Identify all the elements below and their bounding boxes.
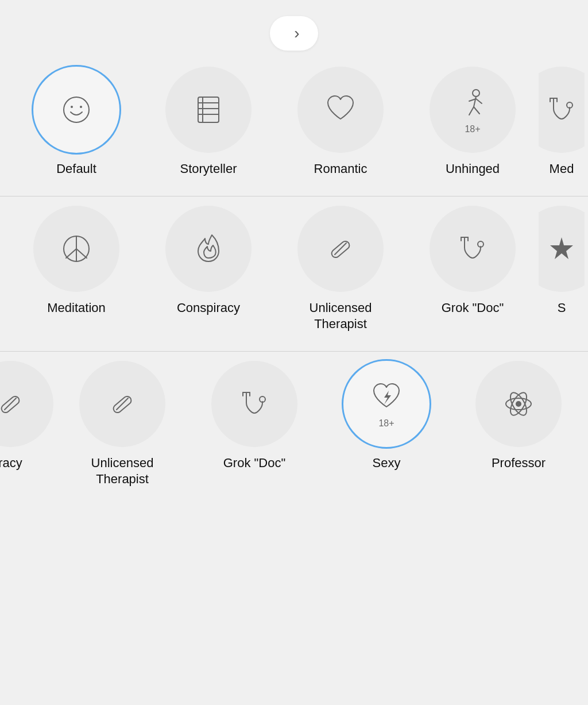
mode-label-racy-partial: racy <box>0 455 22 472</box>
rows-container: DefaultStorytellerRomantic18+UnhingedMed… <box>0 62 588 506</box>
mode-item-professor[interactable]: Professor <box>452 356 585 492</box>
mode-circle-default <box>33 67 119 153</box>
pill-icon <box>104 386 141 422</box>
mode-item-unlicensed-therapist-2[interactable]: UnlicensedTherapist <box>56 356 188 492</box>
mode-item-unhinged[interactable]: 18+Unhinged <box>407 62 539 182</box>
mode-circle-grok-doc-2 <box>211 361 297 447</box>
top-bar: › <box>0 0 588 62</box>
mode-label-s-partial: S <box>558 300 566 317</box>
svg-line-15 <box>66 249 76 258</box>
mode-circle-unlicensed-therapist <box>297 206 384 292</box>
mode-item-default[interactable]: Default <box>10 62 142 182</box>
mode-row-0: DefaultStorytellerRomantic18+UnhingedMed <box>0 62 588 196</box>
mode-label-meditation: Meditation <box>47 300 106 317</box>
mode-circle-unhinged: 18+ <box>430 67 516 153</box>
mode-circle-conspiracy <box>165 206 252 292</box>
mode-label-unlicensed-therapist-2: UnlicensedTherapist <box>91 455 154 488</box>
mode-item-unlicensed-therapist[interactable]: UnlicensedTherapist <box>274 201 407 337</box>
svg-point-8 <box>473 90 479 97</box>
mode-label-grok-doc-2: Grok "Doc" <box>223 455 286 472</box>
mode-item-storyteller[interactable]: Storyteller <box>142 62 274 182</box>
flame-icon <box>190 230 227 267</box>
stethoscope-icon <box>454 230 491 267</box>
mode-item-meditation[interactable]: Meditation <box>10 201 142 337</box>
mode-circle-grok-doc <box>430 206 516 292</box>
mode-label-sexy: Sexy <box>373 455 401 472</box>
mode-item-romantic[interactable]: Romantic <box>274 62 407 182</box>
mode-item-sexy[interactable]: 18+Sexy <box>320 356 452 492</box>
mode-row-2: racyUnlicensedTherapistGrok "Doc"18+Sexy… <box>0 356 588 506</box>
mode-circle-romantic <box>297 67 384 153</box>
stethoscope-icon <box>543 91 580 128</box>
svg-rect-3 <box>198 97 219 122</box>
mode-circle-sexy: 18+ <box>343 361 430 447</box>
mode-item-grok-doc[interactable]: Grok "Doc" <box>407 201 539 337</box>
mode-circle-racy-partial <box>0 361 53 447</box>
mode-label-med-partial: Med <box>550 161 574 178</box>
mode-label-conspiracy: Conspiracy <box>177 300 240 317</box>
star-icon <box>543 230 580 267</box>
mode-item-racy-partial[interactable]: racy <box>0 356 56 492</box>
mode-circle-unlicensed-therapist-2 <box>79 361 165 447</box>
atom-icon <box>500 386 537 422</box>
mode-circle-s-partial <box>539 206 585 292</box>
walker-icon <box>454 85 491 122</box>
svg-point-2 <box>80 106 82 108</box>
stethoscope-icon <box>236 386 273 422</box>
svg-point-31 <box>516 401 521 407</box>
mode-item-s-partial[interactable]: S <box>539 201 585 337</box>
chevron-icon: › <box>294 24 299 43</box>
mode-label-romantic: Romantic <box>314 161 368 178</box>
mode-circle-meditation <box>33 206 119 292</box>
mode-label-storyteller: Storyteller <box>180 161 237 178</box>
mode-circle-med-partial <box>539 67 585 153</box>
mode-label-default: Default <box>56 161 96 178</box>
mode-label-unhinged: Unhinged <box>446 161 500 178</box>
svg-point-1 <box>71 106 73 108</box>
mode-row-1: MeditationConspiracyUnlicensedTherapistG… <box>0 201 588 351</box>
badge-18-plus: 18+ <box>465 124 480 134</box>
mode-label-grok-doc: Grok "Doc" <box>442 300 504 317</box>
mode-circle-professor <box>475 361 562 447</box>
heart-icon <box>322 91 359 128</box>
mode-item-med-partial[interactable]: Med <box>539 62 585 182</box>
pill-icon <box>322 230 359 267</box>
mode-circle-storyteller <box>165 67 252 153</box>
peace-icon <box>58 230 95 267</box>
svg-line-16 <box>76 249 87 258</box>
smiley-icon <box>58 91 95 128</box>
mode-item-grok-doc-2[interactable]: Grok "Doc" <box>188 356 320 492</box>
book-icon <box>190 91 227 128</box>
mode-label-professor: Professor <box>492 455 546 472</box>
heart-bolt-icon <box>368 379 405 416</box>
mode-item-conspiracy[interactable]: Conspiracy <box>142 201 274 337</box>
row-divider <box>0 196 588 197</box>
row-divider <box>0 351 588 352</box>
ara-button[interactable]: › <box>270 16 318 51</box>
badge-18-plus: 18+ <box>378 418 394 429</box>
svg-point-0 <box>64 97 89 122</box>
pill-icon <box>0 386 29 422</box>
mode-label-unlicensed-therapist: UnlicensedTherapist <box>310 300 372 333</box>
